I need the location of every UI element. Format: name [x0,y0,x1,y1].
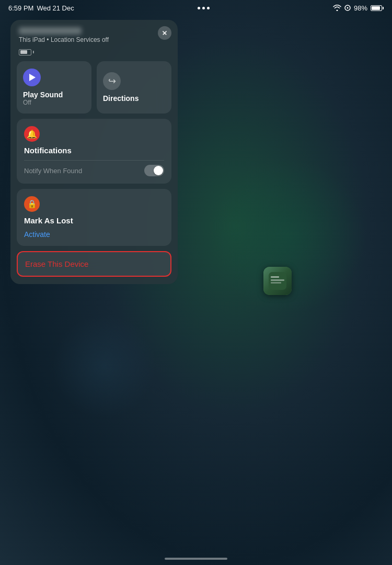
directions-title: Directions [103,94,165,103]
panel-header: This iPad • Location Services off [10,20,178,61]
location-icon [344,5,351,11]
notify-when-found-row: Notify When Found [24,160,164,176]
device-name [19,27,169,35]
directions-button[interactable]: ↪ Directions [97,61,171,114]
play-sound-title: Play Sound [23,91,85,99]
home-indicator[interactable] [165,558,227,560]
notifications-section: 🔔 Notifications Notify When Found [17,119,171,184]
device-panel: This iPad • Location Services off Play S… [10,20,178,284]
directions-icon-container: ↪ [103,72,121,90]
notifications-title: Notifications [24,146,164,155]
erase-device-button[interactable]: Erase This Device [17,251,171,277]
svg-rect-3 [271,279,284,281]
svg-rect-5 [271,276,279,278]
play-sound-sub: Off [23,99,85,106]
wifi-icon [333,5,341,11]
device-subtitle: This iPad • Location Services off [19,36,169,43]
lock-icon-container: 🔒 [24,196,40,212]
erase-device-label: Erase This Device [25,259,88,268]
device-name-blurred [19,27,82,35]
directions-icon: ↪ [108,75,116,87]
svg-point-1 [347,7,348,9]
dot-1 [198,7,200,9]
dot-2 [202,7,205,9]
notifications-icon-container: 🔔 [24,126,40,142]
app-art-svg [269,272,286,290]
lock-icon: 🔒 [27,199,37,209]
svg-rect-4 [271,282,281,284]
status-time-date: 6:59 PM Wed 21 Dec [8,4,74,12]
action-row: Play Sound Off ↪ Directions [10,61,178,119]
notify-when-found-toggle[interactable] [144,165,164,176]
mark-as-lost-title: Mark As Lost [24,216,164,225]
mark-as-lost-section: 🔒 Mark As Lost Activate [17,189,171,246]
activate-link[interactable]: Activate [24,230,164,239]
play-icon [29,74,36,81]
status-center-dots [198,7,210,9]
status-date: Wed 21 Dec [37,4,74,12]
battery-pct: 98% [354,4,367,12]
bell-icon: 🔔 [27,129,37,139]
play-sound-icon-container [23,69,41,86]
play-sound-button[interactable]: Play Sound Off [17,61,91,114]
battery-icon [371,5,384,11]
status-bar: 6:59 PM Wed 21 Dec 98% [0,0,392,16]
close-button[interactable] [158,26,171,40]
toggle-thumb [154,166,163,175]
floating-app-artwork [263,267,292,295]
notify-when-found-label: Notify When Found [24,167,82,175]
status-right: 98% [333,4,384,12]
bg-glow-2 [52,314,157,419]
device-battery-status [19,49,34,55]
floating-app-icon [263,267,292,295]
status-time: 6:59 PM [8,4,33,12]
dot-3 [207,7,210,9]
